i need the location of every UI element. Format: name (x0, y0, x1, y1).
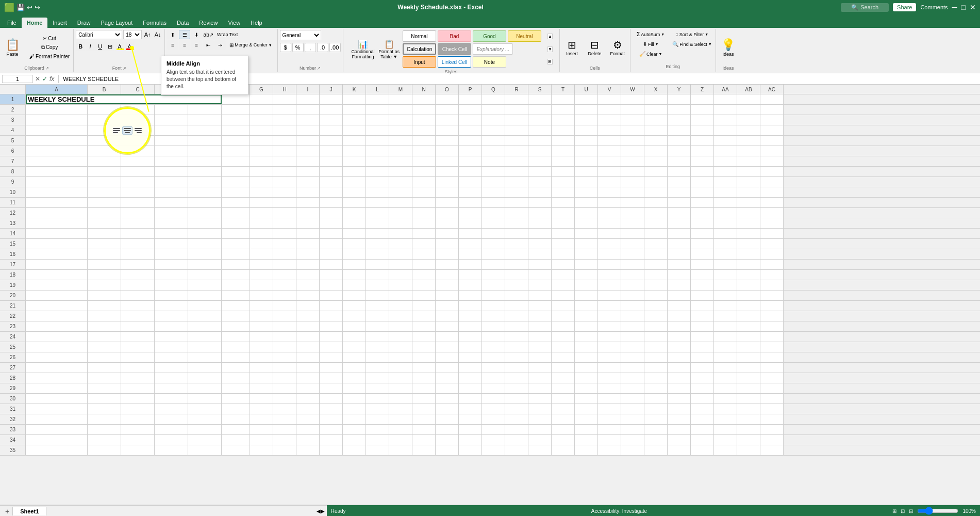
cell-G24[interactable] (250, 332, 273, 342)
row-header-31[interactable]: 31 (0, 404, 26, 414)
cell-Q10[interactable] (482, 187, 505, 197)
cell-N1[interactable] (412, 94, 436, 104)
cell-L23[interactable] (366, 321, 389, 331)
cell-R3[interactable] (505, 115, 528, 125)
cell-AA17[interactable] (714, 260, 737, 269)
cell-Z24[interactable] (691, 332, 714, 342)
cell-AA1[interactable] (714, 94, 737, 104)
cell-K21[interactable] (343, 301, 366, 311)
cell-Q28[interactable] (482, 373, 505, 383)
cell-V7[interactable] (598, 156, 621, 166)
cell-B21[interactable] (88, 301, 121, 311)
cell-W32[interactable] (621, 414, 644, 424)
cell-AB5[interactable] (737, 136, 760, 146)
cell-T30[interactable] (552, 394, 575, 404)
cell-AC11[interactable] (760, 198, 784, 207)
cell-S14[interactable] (528, 229, 552, 238)
cell-F32[interactable] (222, 414, 250, 424)
cell-X19[interactable] (644, 280, 668, 290)
cell-S18[interactable] (528, 270, 552, 280)
cell-Q26[interactable] (482, 352, 505, 362)
cell-A8[interactable] (26, 167, 88, 176)
cell-A35[interactable] (26, 445, 88, 455)
cell-X34[interactable] (644, 435, 668, 445)
cell-AB27[interactable] (737, 363, 760, 373)
cell-F22[interactable] (222, 311, 250, 321)
cell-D9[interactable] (155, 177, 188, 187)
cell-F2[interactable] (222, 105, 250, 115)
cell-Q31[interactable] (482, 404, 505, 414)
cell-Z32[interactable] (691, 414, 714, 424)
cell-W30[interactable] (621, 394, 644, 404)
cell-Q20[interactable] (482, 291, 505, 300)
cell-O12[interactable] (436, 208, 459, 218)
cell-W6[interactable] (621, 146, 644, 156)
cell-Z29[interactable] (691, 383, 714, 393)
orient-text-button[interactable]: ab↗ (203, 30, 214, 39)
style-check[interactable]: Check Cell (438, 43, 471, 55)
cell-AA29[interactable] (714, 383, 737, 393)
col-header-P[interactable]: P (459, 85, 482, 94)
cell-L17[interactable] (366, 260, 389, 269)
cell-L10[interactable] (366, 187, 389, 197)
cell-V10[interactable] (598, 187, 621, 197)
cell-Q29[interactable] (482, 383, 505, 393)
cell-P28[interactable] (459, 373, 482, 383)
cell-A17[interactable] (26, 260, 88, 269)
cell-Y19[interactable] (668, 280, 691, 290)
cell-X35[interactable] (644, 445, 668, 455)
row-header-33[interactable]: 33 (0, 425, 26, 434)
cell-B26[interactable] (88, 352, 121, 362)
cell-U12[interactable] (575, 208, 598, 218)
cell-N29[interactable] (412, 383, 436, 393)
cell-I7[interactable] (296, 156, 320, 166)
cell-Z19[interactable] (691, 280, 714, 290)
cell-B10[interactable] (88, 187, 121, 197)
cell-U34[interactable] (575, 435, 598, 445)
left-align-zoom[interactable] (113, 128, 120, 133)
row-header-27[interactable]: 27 (0, 363, 26, 373)
cell-H4[interactable] (273, 125, 296, 135)
cell-H5[interactable] (273, 136, 296, 146)
cell-X29[interactable] (644, 383, 668, 393)
tab-help[interactable]: Help (245, 18, 268, 28)
cell-U7[interactable] (575, 156, 598, 166)
cell-Q18[interactable] (482, 270, 505, 280)
cell-L18[interactable] (366, 270, 389, 280)
cell-X7[interactable] (644, 156, 668, 166)
percent-button[interactable]: % (292, 43, 304, 52)
cell-H6[interactable] (273, 146, 296, 156)
cell-N10[interactable] (412, 187, 436, 197)
cell-X33[interactable] (644, 425, 668, 434)
cell-F25[interactable] (222, 342, 250, 352)
cell-M1[interactable] (389, 94, 412, 104)
cell-Z34[interactable] (691, 435, 714, 445)
cell-E10[interactable] (188, 187, 222, 197)
cell-M16[interactable] (389, 249, 412, 259)
cell-L2[interactable] (366, 105, 389, 115)
cell-AB34[interactable] (737, 435, 760, 445)
insert-button[interactable]: ⊞ Insert (562, 37, 583, 58)
cell-O20[interactable] (436, 291, 459, 300)
cell-AB20[interactable] (737, 291, 760, 300)
style-calculation[interactable]: Calculation (403, 43, 436, 55)
cell-E34[interactable] (188, 435, 222, 445)
cell-K9[interactable] (343, 177, 366, 187)
close-button[interactable]: ✕ (970, 3, 976, 11)
cell-Q35[interactable] (482, 445, 505, 455)
cell-J1[interactable] (320, 94, 343, 104)
cell-S17[interactable] (528, 260, 552, 269)
cell-W21[interactable] (621, 301, 644, 311)
cell-D16[interactable] (155, 249, 188, 259)
cell-G25[interactable] (250, 342, 273, 352)
cell-J20[interactable] (320, 291, 343, 300)
increase-decimal-button[interactable]: .0 (317, 43, 328, 52)
cell-D4[interactable] (155, 125, 188, 135)
cell-B33[interactable] (88, 425, 121, 434)
cell-AA13[interactable] (714, 218, 737, 228)
cell-Q15[interactable] (482, 239, 505, 249)
cell-D22[interactable] (155, 311, 188, 321)
cell-V4[interactable] (598, 125, 621, 135)
cell-I26[interactable] (296, 352, 320, 362)
cell-P13[interactable] (459, 218, 482, 228)
